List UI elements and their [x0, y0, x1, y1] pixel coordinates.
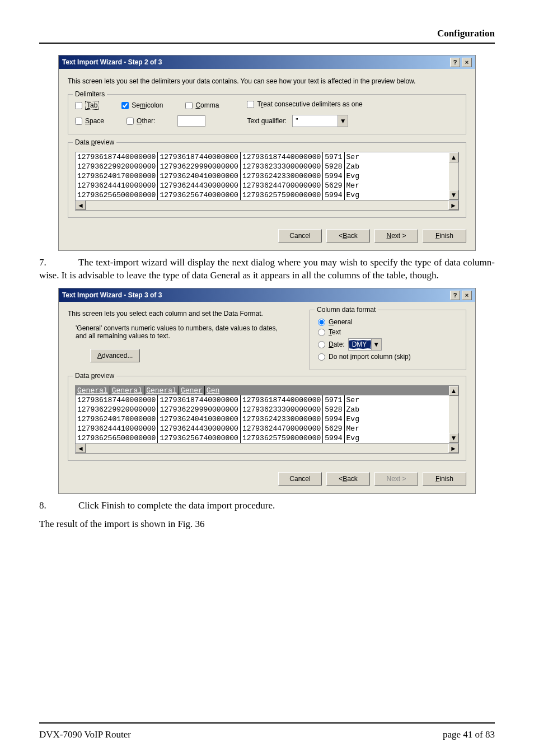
help-icon[interactable]: ? — [450, 58, 460, 67]
wizard3-preview-legend: Data preview — [73, 372, 116, 380]
wizard3-preview-group: Data preview GeneralGeneralGeneralGenerG… — [68, 376, 466, 461]
horizontal-scrollbar[interactable]: ◄ ► — [75, 444, 459, 454]
text-qualifier-combo[interactable]: " ▼ — [292, 115, 348, 127]
space-checkbox[interactable]: Space — [75, 117, 104, 125]
text-radio[interactable]: Text — [318, 328, 458, 336]
page-header: Configuration — [39, 28, 495, 39]
footer-right: page 41 of 83 — [443, 729, 495, 740]
wizard3-intro2: 'General' converts numeric values to num… — [68, 324, 287, 340]
other-checkbox[interactable]: Other: — [127, 117, 155, 125]
text-qualifier-label: Text qualifier: — [247, 117, 287, 125]
scroll-left-icon[interactable]: ◄ — [76, 200, 86, 210]
wizard3-title: Text Import Wizard - Step 3 of 3 — [62, 291, 162, 299]
tab-checkbox[interactable]: Tab — [75, 101, 99, 110]
wizard3-titlebar: Text Import Wizard - Step 3 of 3 ? × — [59, 288, 475, 302]
treat-consecutive-checkbox[interactable]: Treat consecutive delimiters as one — [247, 100, 362, 108]
wizard2-preview-group: Data preview 127936187440000000127936187… — [68, 142, 466, 218]
wizard-step3-dialog: Text Import Wizard - Step 3 of 3 ? × Thi… — [58, 288, 476, 494]
delimiters-legend: Delimiters — [73, 90, 107, 98]
chevron-down-icon[interactable]: ▼ — [338, 115, 348, 127]
wizard-step2-dialog: Text Import Wizard - Step 2 of 3 ? × Thi… — [58, 55, 476, 251]
date-format-combo[interactable]: DMY ▼ — [348, 338, 382, 351]
paragraph-7: 7.The text-import wizard will display th… — [39, 256, 495, 282]
general-radio[interactable]: General — [318, 318, 458, 326]
vertical-scrollbar[interactable]: ▲ ▼ — [449, 385, 459, 444]
semicolon-checkbox[interactable]: Semicolon — [121, 101, 163, 109]
horizontal-scrollbar[interactable]: ◄ ► — [75, 200, 459, 211]
scroll-up-icon[interactable]: ▲ — [449, 386, 458, 396]
finish-button[interactable]: Finish — [423, 472, 466, 486]
wizard2-titlebar: Text Import Wizard - Step 2 of 3 ? × — [59, 55, 475, 69]
advanced-button[interactable]: Advanced... — [90, 349, 140, 362]
close-icon[interactable]: × — [462, 291, 472, 300]
header-rule — [39, 43, 495, 44]
next-button: Next > — [374, 472, 418, 486]
footer-left: DVX-7090 VoIP Router — [39, 729, 131, 740]
back-button[interactable]: < Back — [326, 229, 370, 242]
vertical-scrollbar[interactable]: ▲ ▼ — [449, 152, 459, 200]
scroll-down-icon[interactable]: ▼ — [449, 190, 458, 200]
scroll-up-icon[interactable]: ▲ — [449, 152, 458, 162]
scroll-right-icon[interactable]: ► — [448, 444, 458, 453]
back-button[interactable]: < Back — [326, 472, 370, 486]
paragraph-9: The result of the import is shown in Fig… — [39, 518, 495, 531]
skip-radio[interactable]: Do not import column (skip) — [318, 353, 458, 361]
chevron-down-icon[interactable]: ▼ — [371, 339, 381, 350]
finish-button[interactable]: Finish — [423, 229, 466, 242]
comma-checkbox[interactable]: Comma — [185, 101, 219, 109]
wizard3-preview-grid: GeneralGeneralGeneralGenerGen 1279361874… — [75, 385, 449, 444]
help-icon[interactable]: ? — [450, 291, 460, 300]
scroll-left-icon[interactable]: ◄ — [76, 444, 86, 453]
column-data-format-group: Column data format General Text Date: DM… — [310, 310, 466, 370]
wizard3-intro1: This screen lets you select each column … — [68, 310, 287, 318]
cancel-button[interactable]: Cancel — [278, 472, 322, 486]
wizard2-preview-grid: 1279361874400000001279361874400000001279… — [75, 152, 449, 200]
wizard2-preview-legend: Data preview — [73, 138, 116, 146]
date-radio[interactable]: Date: DMY ▼ — [318, 338, 458, 351]
cdf-legend: Column data format — [315, 306, 378, 314]
other-input[interactable] — [177, 115, 205, 127]
close-icon[interactable]: × — [462, 58, 472, 67]
footer-rule — [39, 722, 495, 724]
scroll-down-icon[interactable]: ▼ — [449, 433, 458, 443]
next-button[interactable]: Next > — [374, 229, 418, 242]
cancel-button[interactable]: Cancel — [278, 229, 322, 242]
wizard2-intro: This screen lets you set the delimiters … — [68, 77, 466, 86]
scroll-right-icon[interactable]: ► — [448, 200, 458, 210]
delimiters-group: Delimiters Tab Semicolon Comma Space Oth… — [68, 94, 466, 134]
paragraph-8: 8.Click Finish to complete the data impo… — [39, 500, 495, 512]
wizard2-title: Text Import Wizard - Step 2 of 3 — [62, 58, 162, 66]
